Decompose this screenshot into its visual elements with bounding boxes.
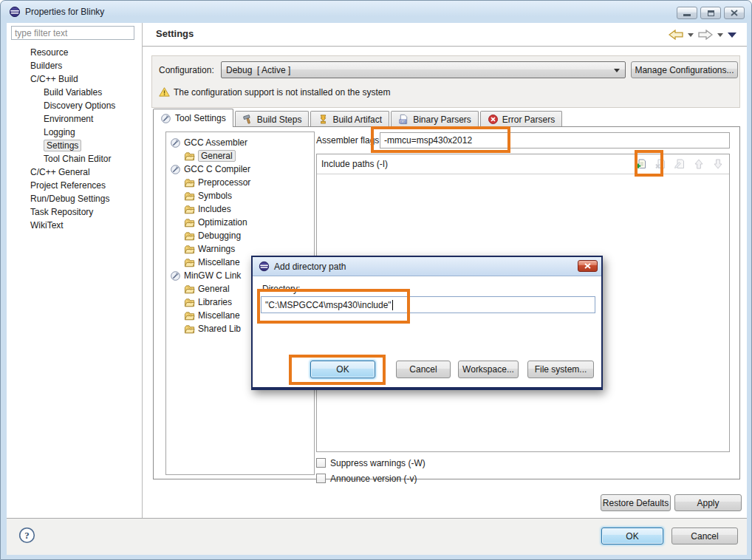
sidebar-item-environment[interactable]: Environment bbox=[7, 112, 142, 126]
workspace-button[interactable]: Workspace... bbox=[458, 361, 519, 378]
sidebar-item-resource[interactable]: Resource bbox=[7, 46, 142, 59]
tree-item-general[interactable]: General bbox=[166, 149, 314, 163]
move-down-button bbox=[710, 157, 726, 171]
assembler-flags-input[interactable] bbox=[380, 132, 730, 148]
sidebar-item-tool-chain-editor[interactable]: Tool Chain Editor bbox=[7, 152, 142, 165]
window-title: Properties for Blinky bbox=[25, 7, 104, 17]
tool-settings-icon bbox=[160, 113, 171, 124]
configuration-dropdown[interactable]: Debug [ Active ] bbox=[221, 61, 626, 78]
minimize-button[interactable] bbox=[677, 7, 697, 19]
dialog-titlebar: Add directory path bbox=[253, 257, 601, 276]
category-folder-icon bbox=[184, 257, 195, 268]
settings-tabs: Tool Settings Build Steps Build Artifact… bbox=[153, 109, 564, 127]
close-button[interactable] bbox=[724, 7, 745, 19]
sidebar-divider bbox=[142, 23, 143, 518]
chevron-down-icon bbox=[614, 69, 620, 72]
arrow-up-icon bbox=[693, 158, 705, 170]
dialog-title: Add directory path bbox=[274, 262, 346, 272]
configuration-warning: The configuration support is not install… bbox=[159, 86, 391, 98]
tab-error-parsers[interactable]: Error Parsers bbox=[480, 111, 562, 127]
window-titlebar: Properties for Blinky bbox=[1, 1, 751, 23]
include-paths-toolbar bbox=[633, 157, 729, 171]
sidebar-item-task-repository[interactable]: Task Repository bbox=[7, 205, 142, 219]
tree-item-debugging[interactable]: Debugging bbox=[166, 229, 314, 242]
tab-build-steps[interactable]: Build Steps bbox=[235, 111, 310, 127]
binary-doc-icon bbox=[398, 114, 409, 125]
manage-configurations-button[interactable]: Manage Configurations... bbox=[631, 61, 738, 78]
tab-binary-parsers[interactable]: Binary Parsers bbox=[391, 111, 479, 127]
close-icon bbox=[731, 10, 738, 16]
category-folder-icon bbox=[184, 284, 195, 295]
add-path-button[interactable] bbox=[633, 157, 649, 171]
tab-tool-settings[interactable]: Tool Settings bbox=[153, 109, 233, 127]
announce-version-option: Announce version (-v) bbox=[316, 471, 730, 486]
sidebar-item-settings[interactable]: Settings bbox=[7, 139, 142, 152]
filter-input[interactable] bbox=[11, 26, 134, 40]
delete-path-button bbox=[652, 157, 669, 171]
help-icon[interactable] bbox=[18, 527, 35, 544]
cancel-button[interactable]: Cancel bbox=[671, 527, 738, 544]
dialog-body: Directory: "C:\MSPGCC4\msp430\include" O… bbox=[253, 276, 601, 386]
edit-path-button bbox=[671, 157, 688, 171]
tree-item-gcc-assembler[interactable]: GCC Assembler bbox=[166, 136, 314, 149]
delete-icon bbox=[654, 158, 666, 170]
sidebar-item-wikitext[interactable]: WikiText bbox=[7, 219, 142, 232]
tree-item-symbols[interactable]: Symbols bbox=[166, 189, 314, 202]
add-icon bbox=[635, 158, 647, 170]
window-controls bbox=[677, 7, 745, 19]
sidebar-item-discovery-options[interactable]: Discovery Options bbox=[7, 99, 142, 112]
text-cursor bbox=[392, 300, 393, 310]
maximize-button[interactable] bbox=[700, 7, 721, 19]
tool-icon bbox=[170, 164, 181, 175]
page-title: Settings bbox=[156, 28, 194, 39]
tree-item-gcc-c-compiler[interactable]: GCC C Compiler bbox=[166, 163, 314, 176]
suppress-warnings-label: Suppress warnings (-W) bbox=[330, 458, 425, 468]
directory-input[interactable]: "C:\MSPGCC4\msp430\include" bbox=[261, 296, 595, 313]
eclipse-logo-icon bbox=[259, 261, 270, 272]
apply-button[interactable]: Apply bbox=[674, 494, 742, 511]
sidebar-item-cpp-general[interactable]: C/C++ General bbox=[7, 165, 142, 179]
tree-item-includes[interactable]: Includes bbox=[166, 202, 314, 216]
category-folder-icon bbox=[184, 217, 195, 228]
sidebar-item-build-variables[interactable]: Build Variables bbox=[7, 86, 142, 99]
minimize-icon bbox=[683, 14, 691, 16]
header-divider bbox=[143, 46, 747, 47]
tree-item-warnings[interactable]: Warnings bbox=[166, 242, 314, 256]
hammer-icon bbox=[242, 114, 253, 125]
forward-arrow-icon[interactable] bbox=[698, 30, 713, 40]
category-folder-icon bbox=[184, 231, 195, 242]
directory-value: "C:\MSPGCC4\msp430\include" bbox=[265, 300, 392, 310]
add-directory-dialog: Add directory path Directory: "C:\MSPGCC… bbox=[251, 256, 603, 390]
restore-defaults-button[interactable]: Restore Defaults bbox=[601, 494, 671, 511]
dialog-close-button[interactable] bbox=[578, 260, 598, 272]
category-folder-icon bbox=[184, 324, 195, 335]
sidebar-item-logging[interactable]: Logging bbox=[7, 126, 142, 139]
dialog-cancel-button[interactable]: Cancel bbox=[396, 361, 451, 378]
error-icon bbox=[488, 114, 499, 125]
announce-version-checkbox[interactable] bbox=[316, 474, 326, 483]
back-dropdown-icon[interactable] bbox=[688, 33, 694, 37]
back-arrow-icon[interactable] bbox=[669, 30, 683, 40]
view-menu-icon[interactable] bbox=[728, 33, 736, 38]
announce-version-label: Announce version (-v) bbox=[330, 474, 417, 484]
sidebar-item-project-references[interactable]: Project References bbox=[7, 179, 142, 192]
category-folder-icon bbox=[184, 204, 195, 215]
artifact-icon bbox=[318, 114, 329, 125]
maximize-icon bbox=[708, 10, 714, 16]
tree-item-preprocessor[interactable]: Preprocessor bbox=[166, 176, 314, 189]
tab-build-artifact[interactable]: Build Artifact bbox=[310, 111, 389, 127]
tool-icon bbox=[170, 137, 181, 148]
dialog-ok-button[interactable]: OK bbox=[310, 361, 375, 378]
sidebar-item-cpp-build[interactable]: C/C++ Build bbox=[7, 72, 142, 86]
ok-button[interactable]: OK bbox=[601, 527, 663, 544]
dialog-footer: OK Cancel bbox=[7, 518, 747, 555]
forward-dropdown-icon[interactable] bbox=[717, 33, 723, 37]
tool-icon bbox=[170, 270, 181, 281]
sidebar-item-run-debug-settings[interactable]: Run/Debug Settings bbox=[7, 192, 142, 205]
close-icon bbox=[584, 263, 591, 269]
suppress-warnings-checkbox[interactable] bbox=[316, 458, 326, 468]
sidebar-item-builders[interactable]: Builders bbox=[7, 59, 142, 72]
tree-item-optimization[interactable]: Optimization bbox=[166, 216, 314, 229]
file-system-button[interactable]: File system... bbox=[527, 361, 594, 378]
warning-text: The configuration support is not install… bbox=[174, 87, 391, 98]
